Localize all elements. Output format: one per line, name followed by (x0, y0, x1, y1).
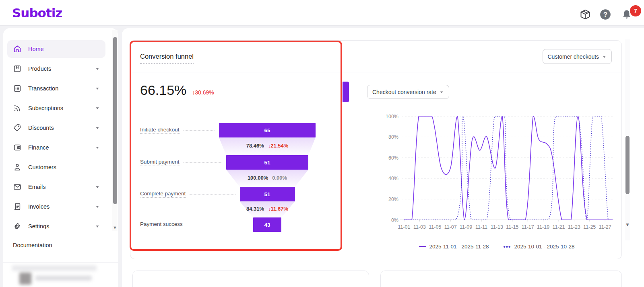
x-axis-tick-label: 11-03 (413, 224, 426, 230)
metric-dropdown[interactable]: Checkout conversion rate ▼ (367, 85, 449, 99)
sidebar-item-products[interactable]: Products▼ (7, 60, 105, 78)
funnel-bar-submit-payment[interactable]: 51 (226, 155, 308, 170)
legend-label: 2025-11-01 - 2025-11-28 (429, 244, 489, 250)
profile-avatar[interactable] (19, 273, 31, 285)
funnel-stage-label: Payment success (140, 221, 183, 228)
x-axis-tick-label: 11-01 (398, 224, 410, 230)
dotted-leader-line (186, 225, 249, 225)
funnel-bar-value: 43 (264, 222, 270, 228)
transition-rate: 78.46% (246, 143, 264, 149)
funnel-bar-complete-payment[interactable]: 51 (240, 187, 295, 201)
transition-delta: 0.00% (272, 175, 287, 181)
conversion-funnel-card: Conversion funnel Customer checkouts ▼ 6… (130, 40, 622, 259)
y-axis-tick-label: 0% (391, 217, 398, 223)
app-logo: Subotiz (12, 6, 62, 20)
period-dropdown[interactable]: Customer checkouts ▼ (543, 49, 612, 64)
chevron-down-icon: ▼ (95, 146, 100, 150)
y-axis-tick-label: 100% (386, 114, 398, 119)
funnel-bar-payment-success[interactable]: 43 (253, 217, 281, 232)
x-axis-tick-label: 11-25 (583, 224, 596, 230)
funnel-bar-value: 51 (264, 160, 270, 166)
sidebar-item-finance[interactable]: Finance▼ (7, 139, 105, 156)
funnel-stage-row: Complete payment (140, 187, 238, 201)
chevron-down-icon: ▼ (95, 185, 100, 189)
dotted-leader-line (183, 162, 222, 163)
dotted-leader-line (189, 194, 235, 195)
x-axis-tick-label: 11-21 (552, 224, 565, 230)
main-scrollbar-thumb[interactable] (625, 136, 630, 194)
profile-blurred-text (12, 265, 97, 271)
x-axis-tick-label: 11-13 (491, 224, 503, 230)
sidebar-item-discounts[interactable]: Discounts▼ (7, 119, 105, 137)
sidebar-item-settings[interactable]: Settings▼ (7, 217, 105, 229)
sidebar-item-subscriptions[interactable]: Subscriptions▼ (7, 99, 105, 117)
sidebar-item-label: Customers (28, 164, 56, 170)
dotted-leader-line (183, 130, 215, 131)
sidebar-item-label: Discounts (28, 125, 54, 131)
sidebar-item-home[interactable]: Home (7, 40, 105, 58)
x-axis-tick-label: 11-05 (429, 224, 441, 230)
sidebar-scroll-down-icon[interactable]: ▼ (112, 225, 118, 230)
chevron-down-icon: ▼ (95, 106, 100, 110)
chevron-down-icon: ▼ (95, 67, 100, 71)
chevron-down-icon: ▼ (95, 86, 100, 90)
sidebar-item-documentation[interactable]: Documentation (7, 237, 105, 253)
chevron-down-icon: ▼ (95, 126, 100, 130)
notification-badge[interactable]: 7 (630, 5, 641, 16)
transition-rate: 100.00% (248, 175, 268, 181)
chevron-down-icon: ▼ (602, 55, 607, 58)
sidebar-item-transaction[interactable]: Transaction▼ (7, 80, 105, 97)
profile-blurred-name (35, 276, 92, 281)
invoices-icon (13, 202, 22, 211)
funnel-stage-label: Complete payment (140, 191, 186, 198)
transition-delta: ↓11.67% (268, 206, 288, 212)
emails-icon (13, 182, 22, 191)
sidebar-item-emails[interactable]: Emails▼ (7, 178, 105, 196)
funnel-stage-row: Initiate checkout (140, 123, 217, 137)
settings-icon (13, 222, 22, 229)
period-dropdown-label: Customer checkouts (548, 53, 599, 60)
main-content: Conversion funnel Customer checkouts ▼ 6… (122, 28, 644, 287)
sidebar-item-label: Settings (28, 223, 49, 229)
series-line-solid (404, 116, 613, 220)
transition-delta: ↓21.54% (268, 143, 289, 149)
x-axis-tick-label: 11-09 (460, 224, 472, 230)
sidebar-item-label: Products (28, 66, 51, 72)
main-scroll-down-icon[interactable]: ▼ (625, 222, 630, 228)
package-icon[interactable] (580, 9, 591, 20)
funnel-stage-label: Initiate checkout (140, 127, 180, 134)
bottom-right-card (380, 271, 622, 287)
funnel-transition-stats: 100.00%0.00% (187, 175, 348, 181)
sidebar: HomeProducts▼Transaction▼Subscriptions▼D… (3, 28, 118, 287)
legend-solid-line-swatch (419, 246, 426, 247)
sidebar-divider (3, 262, 118, 263)
x-axis-tick-label: 11-23 (568, 224, 580, 230)
chevron-down-icon: ▼ (95, 205, 100, 209)
help-icon[interactable]: ? (600, 9, 611, 20)
sidebar-item-invoices[interactable]: Invoices▼ (7, 198, 105, 215)
x-axis-tick-label: 11-11 (475, 224, 487, 230)
sidebar-item-customers[interactable]: Customers (7, 158, 105, 176)
funnel-bar-initiate-checkout[interactable]: 65 (219, 123, 316, 137)
home-icon (13, 45, 22, 53)
y-axis-tick-label: 80% (388, 134, 398, 140)
funnel-bar-value: 51 (264, 191, 270, 197)
chart-legend: 2025-11-01 - 2025-11-28•••2025-10-01 - 2… (372, 244, 621, 250)
products-icon (13, 64, 22, 73)
funnel-stage-row: Payment success (140, 217, 252, 232)
legend-item[interactable]: •••2025-10-01 - 2025-10-28 (504, 244, 575, 250)
subscriptions-icon (13, 104, 22, 113)
funnel-stage-row: Submit payment (140, 155, 225, 170)
legend-item[interactable]: 2025-11-01 - 2025-11-28 (419, 244, 489, 250)
funnel-chart: 78.46%↓21.54%65Initiate checkout100.00%0… (130, 41, 356, 260)
sidebar-scrollbar-thumb[interactable] (113, 37, 117, 204)
x-axis-tick-label: 11-17 (522, 224, 534, 230)
sidebar-item-label: Emails (28, 184, 46, 190)
x-axis-tick-label: 11-19 (537, 224, 549, 230)
legend-label: 2025-10-01 - 2025-10-28 (514, 244, 574, 250)
discounts-icon (13, 123, 22, 132)
sidebar-item-label: Finance (28, 144, 49, 151)
finance-icon (13, 143, 22, 152)
svg-text:?: ? (603, 11, 607, 18)
transition-rate: 84.31% (246, 206, 264, 212)
